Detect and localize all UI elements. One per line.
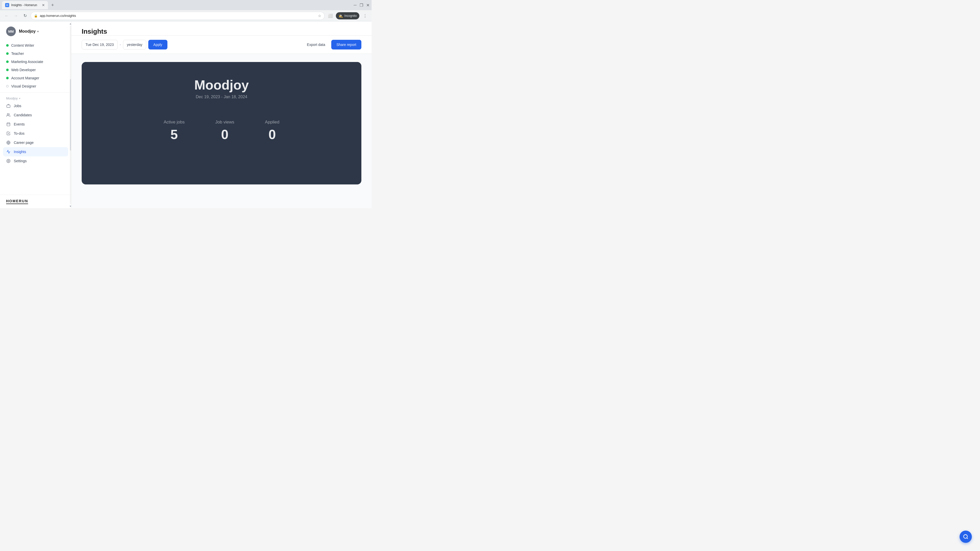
close-window-button[interactable]: ✕ <box>366 3 369 8</box>
svg-rect-0 <box>6 105 10 107</box>
company-selector[interactable]: Moodjoy ▾ <box>19 29 38 34</box>
card-company-name: Moodjoy <box>194 77 249 93</box>
avatar: MM <box>6 27 16 36</box>
nav-section-label-text: Moodjoy <box>6 97 18 100</box>
menu-button[interactable]: ⋮ <box>361 12 369 19</box>
sidebar-item-candidates[interactable]: Candidates <box>3 110 68 120</box>
job-status-dot <box>6 60 9 63</box>
toolbar-actions: Export data Share report <box>304 40 361 49</box>
extensions-button[interactable]: ⬜ <box>327 12 334 19</box>
stat-active-jobs: Active jobs 5 <box>164 120 185 141</box>
job-status-dot <box>6 52 9 55</box>
tab-favicon: H <box>5 3 9 7</box>
tab-close-button[interactable]: ✕ <box>42 3 45 7</box>
browser-titlebar: H Insights - Homerun ✕ + ─ ❐ ✕ <box>0 0 372 10</box>
new-tab-button[interactable]: + <box>49 2 56 9</box>
job-label: Account Manager <box>11 76 39 80</box>
app-layout: MM Moodjoy ▾ Content Writer Teacher <box>0 21 372 208</box>
nav-items: Jobs Candidates Ev <box>0 101 71 165</box>
tab-title: Insights - Homerun <box>11 3 37 7</box>
apply-button[interactable]: Apply <box>148 40 167 49</box>
stat-label: Applied <box>265 120 280 125</box>
share-report-button[interactable]: Share report <box>331 40 361 49</box>
briefcase-icon <box>6 103 11 108</box>
sidebar-item-settings[interactable]: Settings <box>3 156 68 165</box>
refresh-button[interactable]: ↻ <box>21 12 29 19</box>
sidebar: MM Moodjoy ▾ Content Writer Teacher <box>0 21 72 208</box>
date-start-input[interactable]: Tue Dec 19, 2023 <box>82 40 118 49</box>
insights-main: Moodjoy Dec 19, 2023 - Jan 18, 2024 Acti… <box>72 54 372 208</box>
job-label: Teacher <box>11 52 24 56</box>
browser-tab[interactable]: H Insights - Homerun ✕ <box>2 1 48 9</box>
toolbar-left: Tue Dec 19, 2023 - yesterday Apply <box>82 40 167 49</box>
stat-label: Active jobs <box>164 120 185 125</box>
incognito-icon: 🕵️ <box>339 14 343 18</box>
job-label: Marketing Associate <box>11 60 43 64</box>
main-content: Insights Tue Dec 19, 2023 - yesterday Ap… <box>72 21 372 208</box>
sidebar-item-web-developer[interactable]: Web Developer <box>3 66 68 74</box>
stat-applied: Applied 0 <box>265 120 280 141</box>
company-name-text: Moodjoy <box>19 29 36 34</box>
incognito-label: Incognito <box>344 14 357 17</box>
maximize-button[interactable]: ❐ <box>360 3 363 8</box>
scrollbar-track <box>70 25 71 204</box>
card-date-range: Dec 19, 2023 - Jan 18, 2024 <box>196 95 247 99</box>
main-header: Insights <box>72 21 372 36</box>
insights-card: Moodjoy Dec 19, 2023 - Jan 18, 2024 Acti… <box>82 62 361 184</box>
sidebar-item-events[interactable]: Events <box>3 120 68 129</box>
forward-button[interactable]: → <box>12 12 19 19</box>
sidebar-item-content-writer[interactable]: Content Writer <box>3 41 68 49</box>
sidebar-item-visual-designer[interactable]: Visual Designer <box>3 82 68 90</box>
sidebar-item-marketing-associate[interactable]: Marketing Associate <box>3 58 68 66</box>
stat-value: 0 <box>269 128 276 141</box>
browser-chrome: H Insights - Homerun ✕ + ─ ❐ ✕ ← → ↻ 🔒 a… <box>0 0 372 21</box>
sidebar-scrollbar[interactable]: ▲ ▼ <box>70 21 71 208</box>
job-label: Visual Designer <box>11 84 36 88</box>
sidebar-item-account-manager[interactable]: Account Manager <box>3 74 68 82</box>
job-status-dot <box>6 44 9 47</box>
stat-job-views: Job views 0 <box>215 120 234 141</box>
nav-item-label: Insights <box>14 150 26 154</box>
bookmark-icon[interactable]: ☆ <box>318 14 321 18</box>
nav-item-label: Career page <box>14 141 34 144</box>
job-status-dot <box>6 77 9 79</box>
nav-section-moodjoy[interactable]: Moodjoy ▾ <box>0 95 71 101</box>
scrollbar-thumb[interactable] <box>70 79 71 151</box>
sidebar-header: MM Moodjoy ▾ <box>0 21 71 41</box>
settings-icon <box>6 159 11 163</box>
address-bar[interactable]: 🔒 app.homerun.co/insights ☆ <box>30 12 325 20</box>
job-list: Content Writer Teacher Marketing Associa… <box>0 41 71 90</box>
date-start-value: Tue Dec 19, 2023 <box>86 43 114 47</box>
sidebar-scroll-area: Content Writer Teacher Marketing Associa… <box>0 41 71 195</box>
browser-toolbar: ← → ↻ 🔒 app.homerun.co/insights ☆ ⬜ 🕵️ I… <box>0 10 372 21</box>
stat-label: Job views <box>215 120 234 125</box>
date-end-value: yesterday <box>127 43 142 47</box>
card-stats: Active jobs 5 Job views 0 Applied 0 <box>92 120 351 141</box>
back-button[interactable]: ← <box>3 12 10 19</box>
url-text: app.homerun.co/insights <box>40 14 316 17</box>
chevron-down-icon: ▾ <box>37 30 38 33</box>
sidebar-footer: HOMERUN <box>0 195 71 208</box>
sidebar-item-teacher[interactable]: Teacher <box>3 49 68 58</box>
sidebar-item-insights[interactable]: Insights <box>3 147 68 156</box>
job-status-dot <box>6 85 9 87</box>
scrollbar-up-arrow[interactable]: ▲ <box>68 21 72 25</box>
sidebar-item-career-page[interactable]: Career page <box>3 138 68 147</box>
scrollbar-down-arrow[interactable]: ▼ <box>68 204 72 208</box>
svg-rect-2 <box>7 123 10 126</box>
homerun-logo: HOMERUN <box>6 199 28 204</box>
job-label: Web Developer <box>11 68 36 72</box>
checkbox-icon <box>6 131 11 136</box>
svg-point-8 <box>8 160 9 162</box>
lock-icon: 🔒 <box>34 14 38 17</box>
chevron-down-icon: ▾ <box>19 97 21 100</box>
sidebar-item-todos[interactable]: To-dos <box>3 129 68 138</box>
chart-icon <box>6 149 11 154</box>
sidebar-item-jobs[interactable]: Jobs <box>3 101 68 110</box>
minimize-button[interactable]: ─ <box>354 3 356 7</box>
nav-item-label: Jobs <box>14 104 21 108</box>
insights-toolbar: Tue Dec 19, 2023 - yesterday Apply Expor… <box>72 36 372 54</box>
export-data-button[interactable]: Export data <box>304 41 328 49</box>
date-end-input[interactable]: yesterday <box>123 40 146 49</box>
nav-item-label: To-dos <box>14 131 24 135</box>
